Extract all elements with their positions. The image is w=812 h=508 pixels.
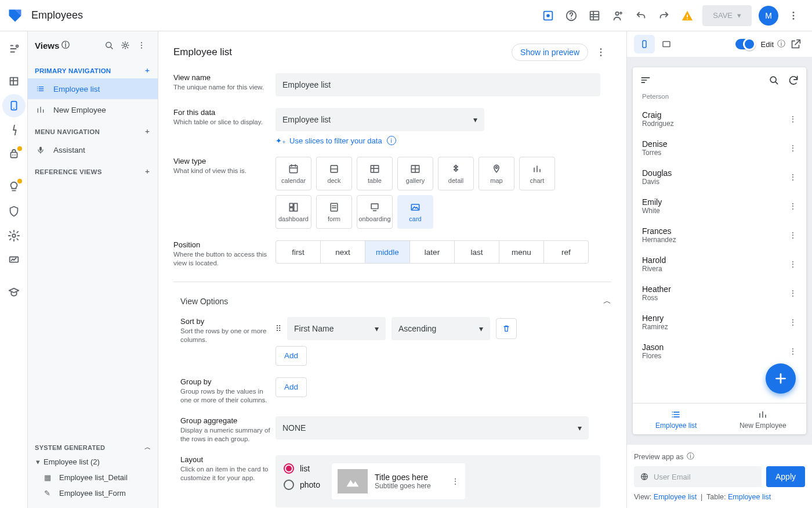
fab-add-button[interactable] — [766, 363, 796, 394]
spreadsheet-icon[interactable] — [583, 4, 606, 27]
add-sort-button[interactable]: Add — [276, 346, 307, 366]
apply-button[interactable]: Apply — [766, 466, 805, 487]
list-item[interactable]: FrancesHernandez⋮ — [633, 221, 806, 250]
view-item-new-employee[interactable]: New Employee — [28, 99, 158, 120]
more-vertical-icon[interactable]: ⋮ — [789, 289, 797, 298]
add-user-icon[interactable] — [606, 4, 629, 27]
more-vertical-icon[interactable]: ⋮ — [789, 318, 797, 327]
sysgen-item-detail[interactable]: ▦ Employee list_Detail — [35, 470, 151, 485]
position-first[interactable]: first — [276, 241, 321, 263]
refresh-icon[interactable] — [788, 74, 799, 86]
list-item[interactable]: HeatherRoss⋮ — [633, 279, 806, 308]
add-menu-view-icon[interactable]: ＋ — [144, 127, 151, 136]
more-icon[interactable] — [782, 4, 805, 27]
rail-security-icon[interactable] — [2, 200, 26, 223]
layout-preview-card[interactable]: Title goes here Subtitle goes here ⋮ — [332, 463, 465, 499]
view-type-gallery[interactable]: gallery — [397, 157, 433, 190]
add-ref-view-icon[interactable]: ＋ — [144, 167, 151, 176]
view-item-employee-list[interactable]: Employee list — [28, 78, 158, 99]
redo-icon[interactable] — [652, 4, 676, 27]
view-type-card[interactable]: card — [397, 195, 433, 229]
preview-tab-new-employee[interactable]: New Employee — [720, 403, 807, 434]
more-vertical-icon[interactable]: ⋮ — [789, 114, 797, 124]
sort-direction-select[interactable]: Ascending▾ — [392, 317, 490, 340]
position-later[interactable]: later — [410, 241, 455, 263]
group-agg-select[interactable]: NONE▾ — [276, 416, 589, 439]
user-avatar[interactable]: M — [759, 6, 778, 26]
device-phone-tab[interactable] — [634, 35, 655, 53]
more-vertical-icon[interactable] — [132, 36, 151, 55]
delete-sort-button[interactable] — [496, 318, 517, 339]
more-vertical-icon[interactable]: ⋮ — [789, 143, 797, 153]
sort-column-select[interactable]: First Name▾ — [287, 317, 386, 340]
edit-toggle[interactable] — [735, 39, 755, 49]
rail-automation-icon[interactable] — [2, 143, 26, 166]
rail-monitor-icon[interactable] — [2, 248, 26, 272]
more-vertical-icon[interactable]: ⋮ — [789, 230, 797, 240]
view-type-map[interactable]: map — [478, 157, 514, 190]
position-last[interactable]: last — [455, 241, 499, 263]
layout-radio-photo[interactable]: photo — [284, 480, 320, 490]
help-icon[interactable] — [560, 4, 583, 27]
editor-more-icon[interactable] — [590, 42, 611, 63]
view-type-calendar[interactable]: calendar — [276, 157, 311, 190]
rail-settings-icon[interactable] — [2, 224, 26, 247]
position-menu[interactable]: menu — [499, 241, 544, 263]
database-icon[interactable] — [536, 4, 560, 27]
info-icon[interactable]: ⓘ — [61, 40, 70, 51]
rail-views-icon[interactable] — [2, 94, 26, 117]
info-icon[interactable]: ⓘ — [777, 39, 785, 49]
list-item[interactable]: DeniseTorres⋮ — [633, 134, 806, 163]
more-vertical-icon[interactable]: ⋮ — [789, 172, 797, 182]
rail-learn-icon[interactable] — [2, 281, 26, 304]
position-next[interactable]: next — [321, 241, 365, 263]
list-item[interactable]: CraigRodriguez⋮ — [633, 105, 806, 134]
position-ref[interactable]: ref — [544, 241, 588, 263]
open-external-icon[interactable] — [786, 35, 805, 53]
more-vertical-icon[interactable]: ⋮ — [789, 260, 797, 269]
list-item[interactable]: HenryRamirez⋮ — [633, 308, 806, 337]
more-vertical-icon[interactable]: ⋮ — [451, 477, 459, 486]
rail-home-icon[interactable] — [2, 37, 26, 60]
view-item-assistant[interactable]: Assistant — [28, 139, 158, 160]
undo-icon[interactable] — [629, 4, 652, 27]
rail-intelligence-icon[interactable] — [2, 175, 26, 199]
more-vertical-icon[interactable]: ⋮ — [789, 201, 797, 211]
info-icon[interactable]: ⓘ — [687, 452, 694, 462]
system-generated-header[interactable]: SYSTEM GENERATED ︿ — [35, 441, 151, 454]
list-item[interactable]: DouglasDavis⋮ — [633, 163, 806, 192]
sort-icon[interactable] — [640, 74, 651, 86]
sysgen-item-form[interactable]: ✎ Employee list_Form — [35, 485, 151, 501]
preview-table-link[interactable]: Employee list — [728, 493, 771, 501]
preview-view-link[interactable]: Employee list — [654, 493, 697, 501]
view-type-detail[interactable]: detail — [438, 157, 474, 190]
view-type-onboarding[interactable]: onboarding — [357, 195, 393, 229]
view-options-header[interactable]: View Options ︿ — [180, 296, 611, 307]
list-item[interactable]: HaroldRivera⋮ — [633, 250, 806, 279]
more-vertical-icon[interactable]: ⋮ — [789, 347, 797, 356]
rail-actions-icon[interactable] — [2, 118, 26, 142]
rail-data-icon[interactable] — [2, 70, 26, 93]
add-group-button[interactable]: Add — [276, 377, 307, 397]
for-data-select[interactable]: Employee list ▾ — [276, 108, 484, 131]
view-type-form[interactable]: form — [316, 195, 352, 229]
list-item[interactable]: EmilyWhite⋮ — [633, 192, 806, 221]
add-view-icon[interactable]: ＋ — [144, 66, 151, 75]
list-item[interactable]: JasonFlores⋮ — [633, 337, 806, 366]
view-type-table[interactable]: table — [357, 157, 393, 190]
position-middle[interactable]: middle — [365, 241, 410, 263]
view-type-deck[interactable]: deck — [316, 157, 352, 190]
view-type-chart[interactable]: chart — [519, 157, 555, 190]
slice-filter-link[interactable]: ✦₊ Use slices to filter your data i — [276, 136, 600, 145]
sysgen-group[interactable]: ▾ Employee list (2) — [35, 454, 151, 470]
preview-tab-employee-list[interactable]: Employee list — [633, 403, 720, 434]
layout-radio-list[interactable]: list — [284, 463, 320, 474]
view-name-input[interactable] — [276, 73, 600, 96]
view-type-dashboard[interactable]: dashboard — [276, 195, 311, 229]
show-in-preview-button[interactable]: Show in preview — [512, 44, 588, 61]
drag-handle-icon[interactable]: ⠿ — [276, 324, 281, 333]
preview-email-input[interactable]: User Email — [634, 466, 762, 487]
warning-icon[interactable] — [676, 4, 699, 27]
device-tablet-tab[interactable] — [656, 35, 677, 53]
search-icon[interactable] — [768, 74, 780, 86]
